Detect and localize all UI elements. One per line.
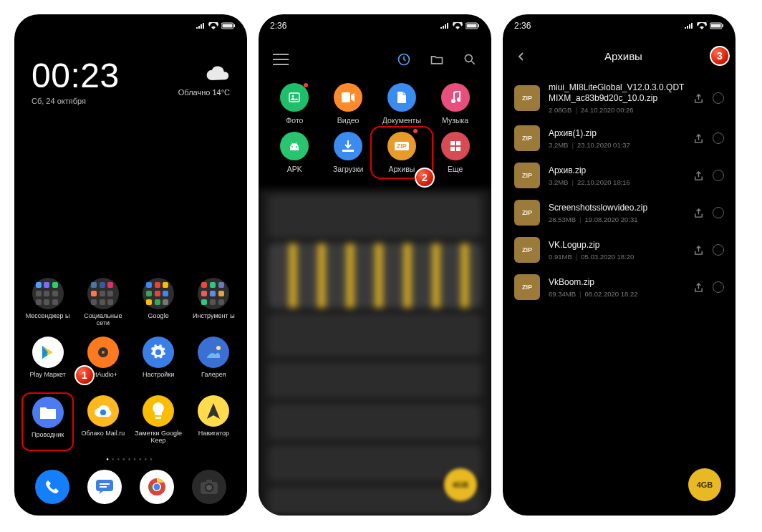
- page-indicator: ●●●●●●●●●: [14, 451, 247, 465]
- share-icon[interactable]: [693, 133, 704, 144]
- back-icon[interactable]: [516, 51, 527, 62]
- svg-point-19: [206, 485, 212, 490]
- dock-phone[interactable]: [35, 470, 69, 504]
- svg-rect-12: [100, 486, 107, 488]
- app-folder[interactable]: Инструмент ы: [188, 275, 240, 331]
- file-row[interactable]: ZIPVK.Logup.zip0.91MB|05.03.2020 18:20: [513, 231, 725, 269]
- category-more[interactable]: Еще: [429, 132, 481, 173]
- select-circle[interactable]: [713, 244, 724, 256]
- app-label: Google: [148, 312, 169, 328]
- file-name: Архив(1).zip: [549, 128, 685, 139]
- dock-camera[interactable]: [192, 470, 226, 504]
- folder-row: Мессенджер ыСоциальные сетиGoogleИнструм…: [14, 275, 247, 331]
- search-icon[interactable]: [463, 52, 477, 67]
- category-download[interactable]: Загрузки: [322, 132, 375, 173]
- app-cloud[interactable]: Облако Mail.ru: [77, 392, 129, 451]
- app-gallery[interactable]: Галерея: [188, 334, 240, 390]
- category-label: Архивы: [388, 165, 415, 173]
- svg-rect-9: [155, 417, 161, 419]
- app-nav[interactable]: Навигатор: [188, 392, 240, 451]
- callout-2: 2: [415, 168, 435, 188]
- dock-chrome[interactable]: [140, 470, 174, 504]
- file-name: Архив.zip: [549, 165, 685, 176]
- share-icon[interactable]: [693, 245, 704, 256]
- file-meta: 3.2MB|22.10.2020 18:16: [549, 178, 685, 186]
- weather-widget[interactable]: Облачно 14°C: [178, 65, 230, 97]
- phone-filemanager: 2:36 ФотоВидеоДокументыМузыкаAPKЗагрузки…: [259, 14, 491, 516]
- category-label: Фото: [286, 116, 303, 125]
- app-keep[interactable]: Заметки Google Keep: [132, 392, 185, 451]
- category-label: APK: [287, 165, 302, 173]
- file-row[interactable]: ZIPScreenshotsslowvideo.zip28.53MB|19.08…: [513, 194, 725, 231]
- select-circle[interactable]: [713, 281, 724, 293]
- category-photo[interactable]: Фото: [269, 83, 321, 125]
- select-circle[interactable]: [713, 170, 724, 181]
- file-row[interactable]: ZIPVkBoom.zip69.34MB|08.02.2020 18:22: [513, 269, 725, 306]
- jet-icon: [87, 337, 119, 368]
- svg-rect-33: [342, 150, 354, 152]
- callout-1: 1: [74, 365, 95, 385]
- recent-icon[interactable]: [397, 52, 411, 67]
- music-icon: [441, 83, 470, 112]
- file-name: VK.Logup.zip: [549, 240, 685, 251]
- file-row[interactable]: ZIPАрхив.zip3.2MB|22.10.2020 18:16: [513, 157, 725, 194]
- category-label: Музыка: [442, 116, 468, 125]
- clock-widget[interactable]: 00:23 Сб, 24 октября Облачно 14°C: [14, 34, 247, 111]
- dock-sms[interactable]: [87, 470, 122, 504]
- category-grid: ФотоВидеоДокументыМузыкаAPKЗагрузкиZIPАр…: [259, 82, 491, 182]
- select-circle[interactable]: [713, 132, 724, 144]
- file-list: ZIPmiui_MI8LiteGlobal_V12.0.3.0.QDTMIXM_…: [503, 75, 736, 307]
- share-icon[interactable]: [693, 170, 704, 181]
- clock-time: 00:23: [32, 56, 120, 95]
- file-row[interactable]: ZIPАрхив(1).zip3.2MB|23.10.2020 01:37: [513, 120, 725, 157]
- category-music[interactable]: Музыка: [429, 83, 481, 125]
- share-icon[interactable]: [693, 282, 704, 293]
- app-row-1: Play МаркетJetAudio+НастройкиГалерея: [14, 334, 247, 390]
- folder-icon[interactable]: [430, 52, 444, 67]
- app-folder[interactable]: Проводник: [21, 392, 74, 451]
- app-folder[interactable]: Google: [132, 275, 185, 331]
- svg-rect-1: [223, 24, 233, 28]
- weather-text: Облачно 14°C: [178, 88, 230, 97]
- app-gear[interactable]: Настройки: [132, 334, 185, 390]
- svg-rect-39: [711, 24, 721, 28]
- app-play[interactable]: Play Маркет: [21, 334, 74, 390]
- category-video[interactable]: Видео: [322, 83, 375, 125]
- zip-icon: ZIP: [514, 163, 540, 188]
- svg-point-8: [100, 410, 106, 415]
- download-icon: [334, 132, 362, 160]
- blurred-content: [259, 189, 491, 516]
- select-circle[interactable]: [713, 207, 724, 218]
- svg-rect-2: [234, 24, 236, 27]
- app-label: Настройки: [143, 371, 174, 387]
- svg-rect-26: [289, 93, 299, 102]
- svg-rect-28: [342, 92, 350, 102]
- folder-icon: [87, 278, 119, 309]
- category-doc[interactable]: Документы: [376, 83, 428, 125]
- select-circle[interactable]: [713, 92, 724, 104]
- share-icon[interactable]: [693, 93, 704, 104]
- phone-archives: 2:36 Архивы ZIPmiui_MI8LiteGlobal_V12.0.…: [503, 14, 736, 516]
- app-label: Play Маркет: [29, 371, 65, 387]
- svg-point-5: [102, 351, 105, 354]
- category-apk[interactable]: APK: [269, 132, 321, 173]
- storage-fab[interactable]: 4GB: [688, 468, 721, 501]
- file-row[interactable]: ZIPmiui_MI8LiteGlobal_V12.0.3.0.QDTMIXM_…: [513, 77, 725, 120]
- menu-icon[interactable]: [273, 50, 289, 69]
- app-label: Мессенджер ы: [26, 312, 70, 328]
- share-icon[interactable]: [693, 208, 704, 218]
- category-label: Видео: [337, 116, 360, 125]
- svg-rect-23: [478, 24, 480, 27]
- category-label: Загрузки: [333, 165, 363, 173]
- app-folder[interactable]: Социальные сети: [77, 275, 129, 331]
- phone-home: 00:23 Сб, 24 октября Облачно 14°C Мессен…: [14, 14, 247, 516]
- svg-point-27: [292, 95, 294, 97]
- statusbar: 2:36: [259, 14, 491, 34]
- app-label: Заметки Google Keep: [134, 430, 183, 445]
- storage-fab[interactable]: 4GB: [444, 468, 477, 501]
- svg-rect-35: [456, 141, 460, 145]
- callout-3: 3: [710, 46, 730, 66]
- photo-icon: [280, 83, 309, 112]
- app-folder[interactable]: Мессенджер ы: [21, 275, 74, 331]
- statusbar: [14, 14, 247, 34]
